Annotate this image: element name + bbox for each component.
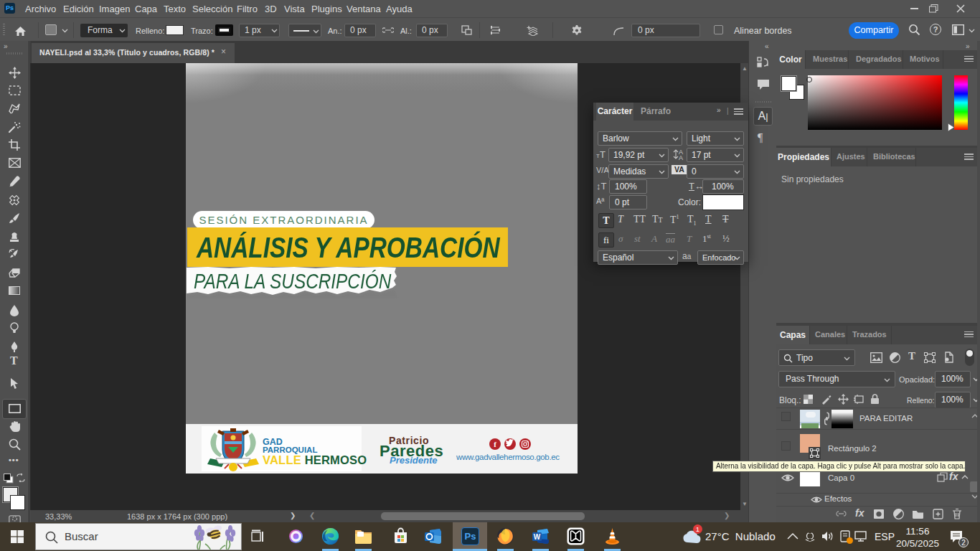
svg-text:W: W xyxy=(534,533,541,541)
svg-text:A: A xyxy=(679,154,683,161)
svg-text:f: f xyxy=(494,440,496,448)
